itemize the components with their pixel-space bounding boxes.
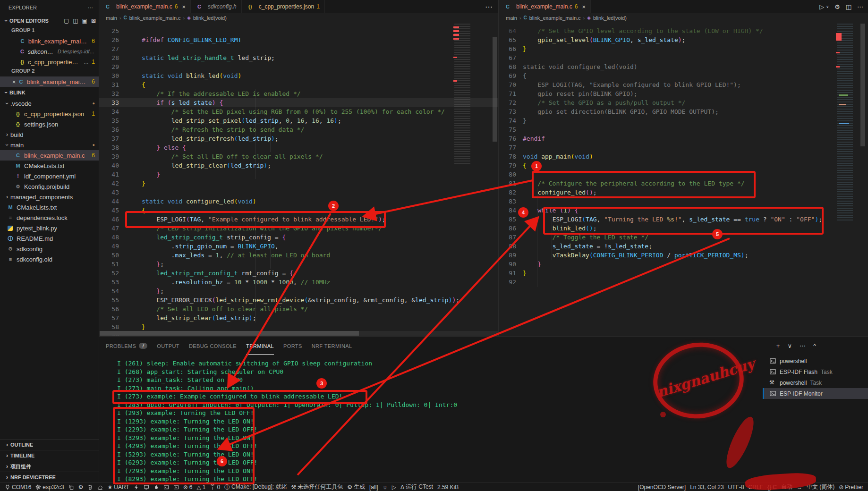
panel-tab-terminal[interactable]: TERMINAL	[246, 337, 274, 355]
chevron-down-icon[interactable]: ∨	[787, 342, 792, 349]
terminal-list-item-esp-idf-monitor[interactable]: ESP-IDF Monitor	[763, 388, 868, 399]
chevron-down-icon[interactable]: ∨	[826, 5, 829, 9]
status-item-utf-8[interactable]: UTF-8	[728, 484, 744, 491]
tree-item-kconfig-projbuild[interactable]: ⚙Kconfig.projbuild	[0, 181, 99, 192]
panel-tab-debug-console[interactable]: DEBUG CONSOLE	[189, 337, 237, 355]
status-item--[interactable]: ⚒未选择任何工具包	[291, 483, 343, 491]
status-item-0[interactable]: 0	[210, 484, 220, 491]
tree-item-readme-md[interactable]: ⓘREADME.md	[0, 233, 99, 244]
close-icon[interactable]: ×	[10, 78, 17, 85]
status-item[interactable]	[153, 484, 159, 490]
status-item[interactable]	[134, 484, 139, 490]
maximize-panel-icon[interactable]: ^	[813, 342, 816, 349]
status-item[interactable]	[163, 484, 169, 490]
editor-tab-blink_example_main.c[interactable]: Cblink_example_main.c6×	[499, 0, 591, 13]
tree-item-sdkconfig[interactable]: ⚙sdkconfig	[0, 244, 99, 254]
status-item[interactable]	[173, 484, 179, 490]
status-item--[interactable]: →	[797, 484, 802, 491]
breadcrumb-segment[interactable]: blink_led(void)	[193, 15, 227, 21]
status-item--openocd-server-[interactable]: [OpenOCD Server]	[638, 484, 686, 491]
breadcrumb-left[interactable]: main›Cblink_example_main.c›◈blink_led(vo…	[99, 13, 498, 22]
minimap-left[interactable]	[454, 24, 474, 165]
tree-item-blink-example-main-c[interactable]: Cblink_example_main.c6	[0, 150, 99, 161]
new-file-icon[interactable]: ▢	[64, 17, 69, 24]
panel-tab-output[interactable]: OUTPUT	[157, 337, 179, 355]
tree-item-cmakelists-txt[interactable]: MCMakeLists.txt	[0, 161, 99, 171]
tree-item--vscode[interactable]: ›.vscode●	[0, 98, 99, 109]
status-item--c[interactable]: {} C	[767, 484, 777, 491]
code-editor-left[interactable]: 2526#ifdef CONFIG_BLINK_LED_RMT2728stati…	[99, 22, 498, 336]
status-item--[interactable]: 中文 (简体)	[807, 483, 834, 491]
terminal-list-item-powershell[interactable]: powershell	[763, 356, 868, 366]
breadcrumb-right[interactable]: main›Cblink_example_main.c›◈blink_led(vo…	[499, 13, 868, 22]
gear-icon[interactable]: ⚙	[834, 3, 840, 10]
status-item-com16[interactable]: COM16	[5, 484, 31, 491]
split-editor-icon[interactable]: ◫	[73, 17, 78, 24]
save-all-icon[interactable]: ▣	[82, 17, 87, 24]
tree-item-c-cpp-properties-json[interactable]: {}c_cpp_properties.json1	[0, 109, 99, 119]
sidebar-section-outline[interactable]: ›OUTLINE	[0, 439, 99, 450]
panel-tab-ports[interactable]: PORTS	[283, 337, 302, 355]
explorer-more-icon[interactable]: ⋯	[88, 5, 93, 11]
editor-tab-sdkconfig.h[interactable]: Csdkconfig.h	[191, 0, 242, 13]
tree-item-dependencies-lock[interactable]: ≡dependencies.lock	[0, 212, 99, 223]
open-editor-item[interactable]: Cblink_example_main.c...6	[0, 36, 99, 46]
tree-item-pytest-blink-py[interactable]: pytest_blink.py	[0, 223, 99, 233]
sidebar-section-timeline[interactable]: ›TIMELINE	[0, 450, 99, 461]
panel-tab-nrf-terminal[interactable]: NRF TERMINAL	[312, 337, 352, 355]
tree-item-sdkconfig-old[interactable]: ≡sdkconfig.old	[0, 254, 99, 264]
open-editor-item[interactable]: ×Cblink_example_main.c...6	[0, 76, 99, 87]
editor-tab-blink_example_main.c[interactable]: Cblink_example_main.c6×	[99, 0, 191, 13]
status-item-1[interactable]: △1	[196, 484, 205, 491]
open-editor-item[interactable]: {}c_cpp_properties.json....1	[0, 57, 99, 67]
close-icon[interactable]: ×	[582, 3, 586, 10]
status-item[interactable]: ☼	[383, 484, 388, 490]
tree-item-managed-components[interactable]: ›managed_components	[0, 192, 99, 202]
tree-item-main[interactable]: ›main●	[0, 140, 99, 150]
status-item[interactable]	[97, 484, 103, 490]
status-item[interactable]	[87, 484, 93, 490]
status-item--all-[interactable]: [all]	[369, 484, 378, 491]
run-or-debug-icon[interactable]: ▷	[819, 3, 824, 10]
status-item--ctest[interactable]: Δ运行 CTest	[400, 483, 433, 491]
horizontal-scrollbar-left[interactable]	[100, 331, 359, 336]
code-editor-right[interactable]: 64 /* Set the GPIO level according to th…	[499, 22, 868, 336]
status-item[interactable]	[144, 484, 149, 490]
tree-item-settings-json[interactable]: {}settings.json	[0, 119, 99, 129]
breadcrumb-segment[interactable]: blink_example_main.c	[529, 15, 581, 21]
more-actions-icon[interactable]: ⋯	[800, 342, 806, 349]
vertical-scrollbar-left[interactable]	[493, 37, 497, 142]
breadcrumb-segment[interactable]: main	[106, 15, 117, 21]
tree-item-build[interactable]: ›build	[0, 129, 99, 140]
sidebar-section-nrf-devicetree[interactable]: ›NRF DEVICETREE	[0, 472, 99, 483]
status-item--[interactable]: ⚙生成	[347, 483, 365, 491]
breadcrumb-segment[interactable]: blink_led(void)	[593, 15, 627, 21]
status-item-crlf[interactable]: CRLF	[749, 484, 763, 491]
status-item--[interactable]: 自动	[781, 483, 792, 491]
status-item-prettier[interactable]: ⊘Prettier	[839, 484, 863, 491]
breadcrumb-segment[interactable]: main	[506, 15, 517, 21]
more-actions-icon[interactable]: ⋯	[857, 3, 863, 10]
panel-tab-problems[interactable]: PROBLEMS7	[106, 337, 147, 355]
status-item-esp32c3[interactable]: esp32c3	[35, 484, 64, 491]
tree-item-idf-component-yml[interactable]: !idf_component.yml	[0, 171, 99, 181]
terminal-output[interactable]: I (261) sleep: Enable automatic switchin…	[99, 355, 762, 483]
new-terminal-icon[interactable]: +	[776, 342, 780, 349]
breadcrumb-segment[interactable]: blink_example_main.c	[129, 15, 181, 21]
status-item-uart[interactable]: ★UART	[107, 484, 129, 491]
open-editor-item[interactable]: Csdkconfig.hD:\esp\esp-idf\co...	[0, 46, 99, 57]
status-item-2-59-kib[interactable]: 2.59 KiB	[437, 484, 459, 491]
tree-item-cmakelists-txt[interactable]: MCMakeLists.txt	[0, 202, 99, 212]
vertical-scrollbar-right[interactable]	[860, 24, 865, 146]
status-item[interactable]: ▷	[392, 484, 396, 490]
status-item-6[interactable]: ⊗6	[183, 484, 193, 491]
sidebar-section-项目组件[interactable]: ›项目组件	[0, 461, 99, 472]
editor-tab-c_cpp_properties.json[interactable]: {}c_cpp_properties.json1	[242, 0, 325, 13]
close-icon[interactable]: ×	[182, 3, 186, 10]
status-item-cmake-debug-[interactable]: ⓘCMake: [Debug]: 就绪	[224, 483, 287, 491]
status-item[interactable]	[68, 484, 74, 490]
terminal-list-item-powershell[interactable]: ⚒powershellTask	[763, 377, 868, 388]
status-item[interactable]: ⚙	[78, 484, 84, 490]
terminal-list-item-esp-idf-flash[interactable]: ESP-IDF FlashTask	[763, 366, 868, 377]
minimap-right[interactable]	[837, 24, 857, 222]
